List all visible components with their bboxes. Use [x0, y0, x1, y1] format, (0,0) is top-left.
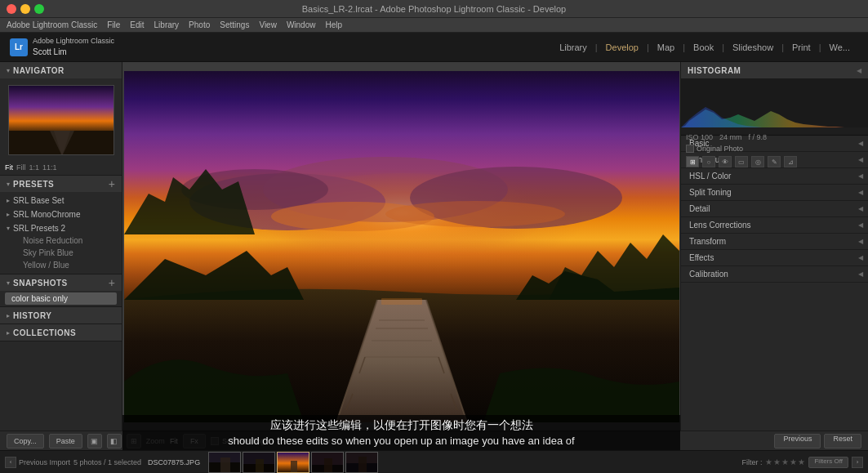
presets-add-button[interactable]: +: [109, 178, 115, 190]
zoom-value[interactable]: Fit: [170, 437, 178, 445]
preset-group-mono-header[interactable]: ▸ SRL MonoChrome: [0, 208, 122, 221]
thumb-image-3: [278, 453, 309, 473]
panel-lens-corrections[interactable]: Lens Corrections ◀: [681, 217, 868, 234]
zoom-11-1[interactable]: 11:1: [42, 163, 57, 172]
group-arrow: ▸: [7, 197, 10, 204]
preset-group-base-header[interactable]: ▸ SRL Base Set: [0, 194, 122, 207]
filmstrip-arrow-left[interactable]: ‹: [5, 457, 16, 468]
minimize-button[interactable]: [20, 4, 30, 14]
preset-group-2-header[interactable]: ▾ SRL Presets 2: [0, 222, 122, 234]
menu-settings[interactable]: Settings: [220, 20, 249, 29]
menu-library[interactable]: Library: [154, 20, 180, 29]
navigator-header[interactable]: ▾ Navigator: [0, 62, 122, 78]
panel-lens-label: Lens Corrections: [689, 221, 751, 230]
panel-effects[interactable]: Effects ◀: [681, 250, 868, 266]
svg-rect-25: [381, 298, 422, 305]
preset-noise-reduction[interactable]: Noise Reduction: [0, 234, 122, 247]
radial-filter-icon[interactable]: ◎: [751, 156, 764, 167]
star-3[interactable]: ★: [781, 457, 789, 466]
menu-view[interactable]: View: [259, 20, 277, 29]
zoom-1-1[interactable]: 1:1: [29, 163, 40, 172]
module-map[interactable]: Map: [649, 39, 683, 56]
snapshots-add-button[interactable]: +: [109, 277, 115, 288]
preset-yellow-blue[interactable]: Yellow / Blue: [0, 259, 122, 271]
snapshot-color-basic[interactable]: color basic only: [5, 292, 117, 305]
range-mask-icon[interactable]: ⊿: [784, 156, 797, 167]
history-header[interactable]: ▸ History: [0, 307, 122, 324]
star-1[interactable]: ★: [765, 457, 772, 466]
menu-adobe-lightroom[interactable]: Adobe Lightroom Classic: [7, 20, 97, 29]
menu-file[interactable]: File: [107, 20, 120, 29]
panel-hsl-color[interactable]: HSL / Color ◀: [681, 168, 868, 185]
menu-edit[interactable]: Edit: [130, 20, 144, 29]
module-print[interactable]: Print: [784, 39, 819, 56]
original-photo-label: Original Photo: [697, 145, 743, 153]
spot-removal-icon[interactable]: ○: [702, 156, 715, 167]
crop-tool-icon[interactable]: ⊞: [686, 156, 699, 167]
brand-line1: Adobe Lightroom Classic: [33, 37, 114, 47]
soft-proofing-label: Soft Proofing: [222, 437, 265, 445]
soft-proofing-checkbox[interactable]: [211, 437, 219, 445]
fx-button[interactable]: Fx: [183, 434, 206, 448]
close-button[interactable]: [7, 4, 16, 14]
module-book[interactable]: Book: [685, 39, 722, 56]
module-slideshow[interactable]: Slideshow: [724, 39, 781, 56]
panel-split-toning[interactable]: Split Toning ◀: [681, 185, 868, 201]
module-library[interactable]: Library: [551, 39, 595, 56]
filmstrip-thumbnails: [208, 452, 378, 473]
filmstrip-thumb-2[interactable]: [243, 452, 275, 473]
compare-icon[interactable]: ◧: [107, 434, 122, 448]
panel-detail[interactable]: Detail ◀: [681, 201, 868, 217]
reset-button[interactable]: Reset: [824, 434, 861, 448]
grad-filter-icon[interactable]: ▭: [735, 156, 748, 167]
fullscreen-button[interactable]: [34, 4, 44, 14]
original-photo-checkbox[interactable]: Original Photo: [681, 143, 868, 154]
soft-proofing-toggle[interactable]: Soft Proofing: [211, 437, 265, 445]
paste-button[interactable]: Paste: [49, 434, 82, 448]
thumb-image-4: [312, 453, 344, 473]
history-title: History: [13, 311, 51, 320]
star-5[interactable]: ★: [798, 457, 805, 466]
menu-bar: Adobe Lightroom Classic File Edit Librar…: [0, 18, 868, 33]
filmstrip-thumb-3[interactable]: [277, 452, 309, 473]
preset-sky-pink-blue[interactable]: Sky Pink Blue: [0, 247, 122, 259]
filmstrip-thumb-5[interactable]: [345, 452, 378, 473]
menu-photo[interactable]: Photo: [189, 20, 210, 29]
panel-split-toning-arrow: ◀: [858, 189, 863, 196]
menu-window[interactable]: Window: [287, 20, 316, 29]
redeye-icon[interactable]: 👁: [719, 156, 732, 167]
photo-image: [124, 71, 679, 422]
filmstrip-thumb-4[interactable]: [311, 452, 344, 473]
filters-off-button[interactable]: Filters Off: [808, 457, 848, 468]
brush-icon[interactable]: ✎: [768, 156, 781, 167]
menu-help[interactable]: Help: [325, 20, 342, 29]
snapshots-header[interactable]: ▾ Snapshots +: [0, 274, 122, 291]
group-arrow-2: ▾: [7, 225, 10, 232]
develop-tool-icons: ⊞ ○ 👁 ▭ ◎ ✎ ⊿: [681, 154, 868, 169]
panel-calibration[interactable]: Calibration ◀: [681, 266, 868, 283]
view-mode-icon[interactable]: ▣: [87, 434, 102, 448]
presets-header[interactable]: ▾ Presets +: [0, 176, 122, 192]
photo-view-area: [122, 62, 680, 431]
histogram-header[interactable]: Histogram ◀: [681, 62, 868, 78]
filmstrip-arrow-right[interactable]: ›: [852, 457, 863, 468]
photo-container: [124, 71, 679, 422]
history-toggle-icon: ▸: [7, 312, 10, 319]
original-photo-check-box[interactable]: [686, 145, 694, 153]
filmstrip-thumb-1[interactable]: [208, 452, 241, 473]
filmstrip-folder[interactable]: Previous Import: [19, 458, 70, 466]
star-2[interactable]: ★: [773, 457, 781, 466]
svg-rect-34: [291, 461, 297, 473]
collections-header[interactable]: ▸ Collections: [0, 324, 122, 341]
star-4[interactable]: ★: [790, 457, 797, 466]
module-develop[interactable]: Develop: [598, 39, 647, 56]
panel-split-toning-label: Split Toning: [689, 188, 732, 197]
zoom-fit[interactable]: Fit: [5, 163, 13, 172]
survey-icon[interactable]: ⊞: [127, 434, 141, 448]
previous-button[interactable]: Previous: [774, 434, 821, 448]
preset-group-2: ▾ SRL Presets 2 Noise Reduction Sky Pink…: [0, 221, 122, 272]
panel-transform[interactable]: Transform ◀: [681, 234, 868, 250]
copy-button[interactable]: Copy...: [7, 434, 44, 448]
module-web[interactable]: We...: [821, 39, 858, 56]
zoom-fill[interactable]: Fill: [16, 163, 26, 172]
